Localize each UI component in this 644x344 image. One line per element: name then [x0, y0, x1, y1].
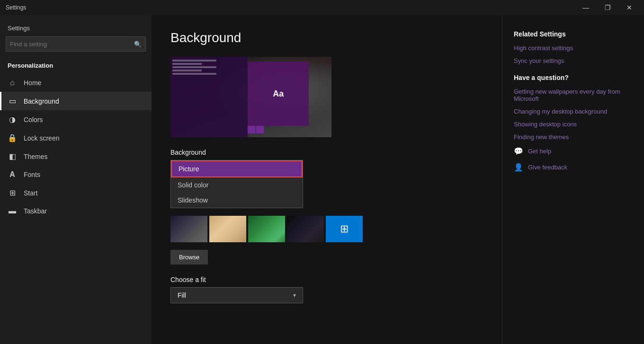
thumbnail-4[interactable] — [287, 216, 324, 242]
sidebar-item-colors-label: Colors — [24, 116, 43, 123]
sync-settings-link[interactable]: Sync your settings — [514, 57, 633, 64]
thumbnail-3[interactable] — [248, 216, 285, 242]
fit-dropdown[interactable]: Fill ▾ — [170, 287, 303, 303]
showing-icons-link[interactable]: Showing desktop icons — [514, 121, 633, 128]
search-icon[interactable]: 🔍 — [134, 41, 142, 48]
sidebar-item-background[interactable]: ▭ Background — [0, 92, 152, 110]
app-title: Settings — [6, 4, 26, 11]
sidebar-item-fonts-label: Fonts — [24, 171, 40, 178]
lock-icon: 🔒 — [8, 133, 17, 142]
sidebar: Settings 🔍 Personalization ⌂ Home ▭ Back… — [0, 15, 152, 344]
sidebar-item-themes[interactable]: ◧ Themes — [0, 147, 152, 166]
preview-aa-text: Aa — [273, 89, 284, 99]
mini-box-2 — [256, 126, 264, 133]
dropdown-option-solid-color[interactable]: Solid color — [171, 177, 303, 193]
sidebar-item-background-label: Background — [24, 97, 59, 105]
new-wallpapers-link[interactable]: Getting new wallpapers every day from Mi… — [514, 88, 633, 102]
dropdown-option-slideshow[interactable]: Slideshow — [171, 193, 303, 208]
give-feedback-icon: 👤 — [514, 162, 523, 172]
background-dropdown[interactable]: Picture Solid color Slideshow — [170, 160, 303, 208]
mini-line-5 — [172, 73, 216, 75]
sidebar-item-taskbar[interactable]: ▬ Taskbar — [0, 202, 152, 220]
sidebar-item-colors[interactable]: ◑ Colors — [0, 110, 152, 129]
mini-box-1 — [248, 126, 255, 133]
get-help-item[interactable]: 💬 Get help — [514, 146, 633, 156]
sidebar-item-start-label: Start — [24, 189, 38, 197]
close-button[interactable]: ✕ — [618, 0, 640, 15]
preview-area: Aa — [170, 57, 331, 137]
dropdown-option-picture[interactable]: Picture — [171, 160, 303, 177]
chevron-down-icon: ▾ — [293, 292, 296, 299]
sidebar-item-lock-screen[interactable]: 🔒 Lock screen — [0, 129, 152, 147]
get-help-icon: 💬 — [514, 146, 523, 156]
new-themes-link[interactable]: Finding new themes — [514, 133, 633, 141]
right-panel: Related Settings High contrast settings … — [502, 15, 644, 344]
start-icon: ⊞ — [8, 188, 17, 197]
main-content: Background Aa Background Picture Solid c… — [152, 15, 502, 344]
fit-value: Fill — [178, 291, 186, 299]
sidebar-item-themes-label: Themes — [24, 153, 48, 160]
background-icon: ▭ — [8, 97, 17, 106]
personalization-label: Personalization — [0, 59, 152, 74]
thumbnail-5[interactable]: ⊞ — [326, 216, 363, 242]
sidebar-item-start[interactable]: ⊞ Start — [0, 184, 152, 202]
give-feedback-item[interactable]: 👤 Give feedback — [514, 162, 633, 172]
page-title: Background — [170, 30, 483, 45]
background-section-label: Background — [170, 149, 483, 156]
give-feedback-text: Give feedback — [528, 164, 567, 171]
mini-line-2 — [172, 63, 202, 65]
background-dropdown-container[interactable]: Picture Solid color Slideshow — [170, 160, 303, 208]
preview-purple-boxes — [248, 126, 264, 133]
choose-fit-label: Choose a fit — [170, 276, 483, 283]
recent-images: ⊞ — [170, 216, 483, 242]
preview-center-block: Aa — [248, 62, 309, 126]
related-settings-title: Related Settings — [514, 30, 633, 38]
maximize-button[interactable]: ❐ — [597, 0, 618, 15]
title-bar: Settings — ❐ ✕ — [0, 0, 644, 15]
app-name: Settings — [0, 15, 152, 36]
sidebar-item-fonts[interactable]: A Fonts — [0, 166, 152, 184]
change-desktop-link[interactable]: Changing my desktop background — [514, 108, 633, 115]
sidebar-item-taskbar-label: Taskbar — [24, 207, 47, 215]
sidebar-item-lock-label: Lock screen — [24, 134, 59, 142]
home-icon: ⌂ — [8, 79, 17, 87]
taskbar-icon: ▬ — [8, 207, 17, 215]
colors-icon: ◑ — [8, 115, 17, 124]
have-question-title: Have a question? — [514, 74, 633, 81]
high-contrast-link[interactable]: High contrast settings — [514, 44, 633, 52]
mini-line-3 — [172, 66, 216, 68]
themes-icon: ◧ — [8, 152, 17, 161]
minimize-button[interactable]: — — [575, 0, 597, 15]
browse-button[interactable]: Browse — [170, 250, 208, 265]
sidebar-item-home-label: Home — [24, 79, 41, 87]
thumbnail-2[interactable] — [209, 216, 246, 242]
search-input[interactable] — [10, 41, 134, 48]
fonts-icon: A — [8, 170, 17, 179]
preview-sidebar-mini — [170, 57, 248, 137]
window-controls: — ❐ ✕ — [575, 0, 640, 15]
sidebar-item-home[interactable]: ⌂ Home — [0, 74, 152, 92]
mini-line-1 — [172, 60, 216, 62]
mini-line-4 — [172, 70, 202, 71]
thumbnail-1[interactable] — [170, 216, 207, 242]
search-box[interactable]: 🔍 — [6, 36, 146, 52]
get-help-text: Get help — [528, 148, 551, 155]
